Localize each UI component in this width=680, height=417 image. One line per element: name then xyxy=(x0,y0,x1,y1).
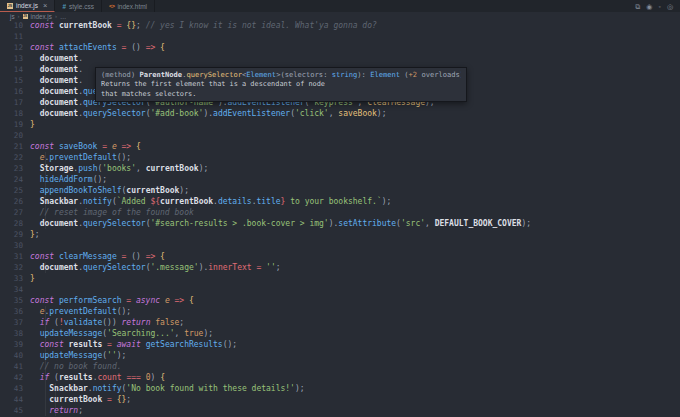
code-line[interactable]: 28 document.querySelector('#search-resul… xyxy=(0,218,680,229)
code-line[interactable]: 18 document.querySelector('#add-book').a… xyxy=(0,108,680,119)
line-number[interactable]: 42 xyxy=(0,372,30,383)
code-line[interactable]: 40 updateMessage(''); xyxy=(0,350,680,361)
code-text[interactable]: updateMessage(''); xyxy=(30,350,680,361)
line-number[interactable]: 16 xyxy=(0,86,30,97)
code-text[interactable] xyxy=(30,240,680,251)
line-number[interactable]: 25 xyxy=(0,185,30,196)
line-number[interactable]: 44 xyxy=(0,394,30,405)
line-number[interactable]: 35 xyxy=(0,295,30,306)
code-line[interactable]: 24 hideAddForm(); xyxy=(0,174,680,185)
code-line[interactable]: 20 xyxy=(0,130,680,141)
code-text[interactable]: }; xyxy=(30,229,680,240)
split-editor-icon[interactable]: ⧉ xyxy=(635,3,640,10)
code-line[interactable]: 38 updateMessage('Searching...', true); xyxy=(0,328,680,339)
run-icon[interactable]: ◉ xyxy=(646,3,652,10)
code-text[interactable]: hideAddForm(); xyxy=(30,174,680,185)
code-text[interactable]: Storage.push('books', currentBook); xyxy=(30,163,680,174)
breadcrumb-folder[interactable]: js xyxy=(10,13,15,20)
code-text[interactable]: const saveBook = e => { xyxy=(30,141,680,152)
line-number[interactable]: 14 xyxy=(0,64,30,75)
code-line[interactable]: 42 if (results.count === 0) { xyxy=(0,372,680,383)
code-text[interactable]: updateMessage('Searching...', true); xyxy=(30,328,680,339)
code-line[interactable]: 36 e.preventDefault(); xyxy=(0,306,680,317)
code-text[interactable]: } xyxy=(30,273,680,284)
code-line[interactable]: 32 document.querySelector('.message').in… xyxy=(0,262,680,273)
line-number[interactable]: 33 xyxy=(0,273,30,284)
code-line[interactable]: 27 // reset image of the found book xyxy=(0,207,680,218)
code-line[interactable]: 41 // no book found. xyxy=(0,361,680,372)
code-text[interactable]: currentBook = {}; xyxy=(30,394,680,405)
tab-index-html[interactable]: <> index.html xyxy=(102,0,155,12)
code-text[interactable]: document.querySelector('#search-results … xyxy=(30,218,680,229)
code-text[interactable]: const performSearch = async e => { xyxy=(30,295,680,306)
close-tab-icon[interactable]: × xyxy=(43,2,47,10)
code-line[interactable]: 23 Storage.push('books', currentBook); xyxy=(0,163,680,174)
line-number[interactable]: 15 xyxy=(0,75,30,86)
code-text[interactable] xyxy=(30,284,680,295)
code-line[interactable]: 11 xyxy=(0,31,680,42)
line-number[interactable]: 45 xyxy=(0,405,30,416)
line-number[interactable]: 11 xyxy=(0,31,30,42)
tab-style-css[interactable]: # style.css xyxy=(55,0,102,12)
code-text[interactable]: document.querySelector('#add-book').addE… xyxy=(30,108,680,119)
line-number[interactable]: 19 xyxy=(0,119,30,130)
line-number[interactable]: 41 xyxy=(0,361,30,372)
line-number[interactable]: 12 xyxy=(0,42,30,53)
code-line[interactable]: 33} xyxy=(0,273,680,284)
code-line[interactable]: 34 xyxy=(0,284,680,295)
line-number[interactable]: 34 xyxy=(0,284,30,295)
code-line[interactable]: 12const attachEvents = () => { xyxy=(0,42,680,53)
code-text[interactable]: Snackbar.notify(`Added ${currentBook.det… xyxy=(30,196,680,207)
code-text[interactable]: const clearMessage = () => { xyxy=(30,251,680,262)
code-line[interactable]: 30 xyxy=(0,240,680,251)
line-number[interactable]: 13 xyxy=(0,53,30,64)
circle-icon[interactable]: ◦ xyxy=(658,3,660,10)
code-text[interactable]: return; xyxy=(30,405,680,416)
code-text[interactable]: Snackbar.notify('No book found with thes… xyxy=(30,383,680,394)
line-number[interactable]: 32 xyxy=(0,262,30,273)
line-number[interactable]: 10 xyxy=(0,20,30,31)
code-text[interactable]: e.preventDefault(); xyxy=(30,152,680,163)
line-number[interactable]: 23 xyxy=(0,163,30,174)
code-line[interactable]: 25 appendBookToShelf(currentBook); xyxy=(0,185,680,196)
line-number[interactable]: 30 xyxy=(0,240,30,251)
line-number[interactable]: 26 xyxy=(0,196,30,207)
line-number[interactable]: 27 xyxy=(0,207,30,218)
code-text[interactable] xyxy=(30,130,680,141)
line-number[interactable]: 31 xyxy=(0,251,30,262)
line-number[interactable]: 36 xyxy=(0,306,30,317)
code-line[interactable]: 39 const results = await getSearchResult… xyxy=(0,339,680,350)
code-text[interactable]: document.querySelector('.message').inner… xyxy=(30,262,680,273)
code-text[interactable]: const results = await getSearchResults()… xyxy=(30,339,680,350)
code-text[interactable]: if (results.count === 0) { xyxy=(30,372,680,383)
code-line[interactable]: 44 currentBook = {}; xyxy=(0,394,680,405)
code-line[interactable]: 13 document. xyxy=(0,53,680,64)
code-line[interactable]: 21const saveBook = e => { xyxy=(0,141,680,152)
code-line[interactable]: 35const performSearch = async e => { xyxy=(0,295,680,306)
code-line[interactable]: 29}; xyxy=(0,229,680,240)
code-line[interactable]: 26 Snackbar.notify(`Added ${currentBook.… xyxy=(0,196,680,207)
code-line[interactable]: 45 return; xyxy=(0,405,680,416)
line-number[interactable]: 29 xyxy=(0,229,30,240)
code-text[interactable]: } xyxy=(30,119,680,130)
code-editor[interactable]: 10const currentBook = {}; // yes I know … xyxy=(0,20,680,417)
line-number[interactable]: 39 xyxy=(0,339,30,350)
breadcrumb-more[interactable]: … xyxy=(60,13,66,20)
code-text[interactable]: const attachEvents = () => { xyxy=(30,42,680,53)
code-text[interactable]: // no book found. xyxy=(30,361,680,372)
code-text[interactable]: // reset image of the found book xyxy=(30,207,680,218)
line-number[interactable]: 43 xyxy=(0,383,30,394)
circle-dot-icon[interactable]: ◎ xyxy=(667,3,673,10)
code-text[interactable] xyxy=(30,31,680,42)
code-text[interactable]: const currentBook = {}; // yes I know it… xyxy=(30,20,680,31)
line-number[interactable]: 20 xyxy=(0,130,30,141)
code-text[interactable]: appendBookToShelf(currentBook); xyxy=(30,185,680,196)
tab-index-js[interactable]: JS index.js × xyxy=(0,0,55,12)
line-number[interactable]: 38 xyxy=(0,328,30,339)
line-number[interactable]: 22 xyxy=(0,152,30,163)
line-number[interactable]: 21 xyxy=(0,141,30,152)
line-number[interactable]: 24 xyxy=(0,174,30,185)
code-line[interactable]: 31const clearMessage = () => { xyxy=(0,251,680,262)
line-number[interactable]: 40 xyxy=(0,350,30,361)
line-number[interactable]: 37 xyxy=(0,317,30,328)
